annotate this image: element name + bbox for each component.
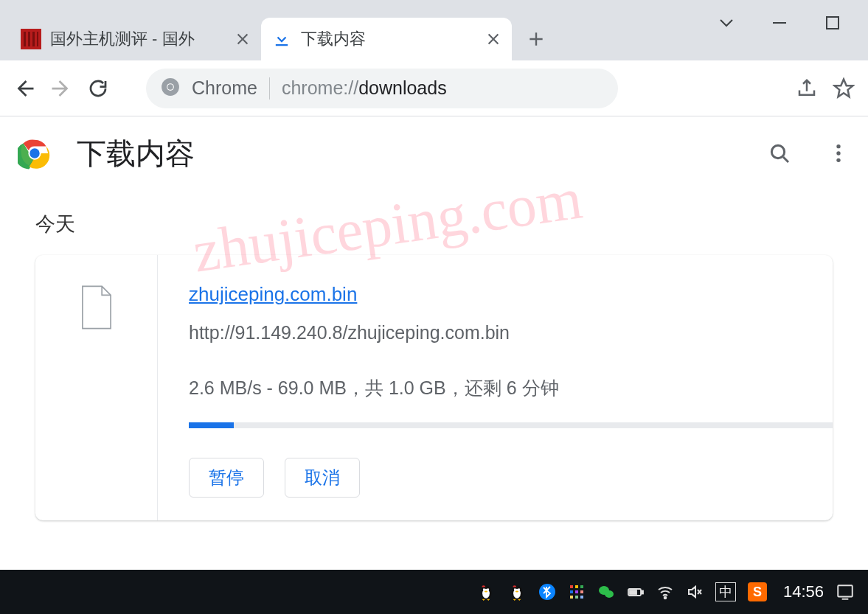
browser-toolbar: Chrome chrome://downloads xyxy=(0,60,868,116)
ime-indicator[interactable]: 中 xyxy=(715,582,736,601)
download-url: http://91.149.240.8/zhujiceping.com.bin xyxy=(189,322,833,343)
window-controls xyxy=(718,0,868,46)
battery-icon[interactable] xyxy=(627,583,645,601)
svg-rect-0 xyxy=(827,17,839,29)
download-progress-text: 2.6 MB/s - 69.0 MB，共 1.0 GB，还剩 6 分钟 xyxy=(189,376,833,400)
download-progress-fill xyxy=(189,422,234,428)
svg-point-18 xyxy=(514,588,516,590)
reload-button[interactable] xyxy=(87,77,109,100)
omnibox-url: chrome://downloads xyxy=(282,77,447,99)
chrome-logo-icon xyxy=(18,136,52,170)
tab-download-icon xyxy=(271,29,292,49)
taskbar-clock[interactable]: 14:56 xyxy=(783,582,824,601)
wifi-icon[interactable] xyxy=(656,583,674,601)
svg-rect-26 xyxy=(575,590,578,593)
svg-point-14 xyxy=(487,588,489,590)
back-button[interactable] xyxy=(13,77,35,100)
svg-rect-35 xyxy=(630,590,636,594)
browser-tab-inactive[interactable]: 国外主机测评 - 国外 xyxy=(10,18,261,60)
bluetooth-icon[interactable] xyxy=(538,583,556,601)
minimize-icon[interactable] xyxy=(771,14,788,32)
forward-button[interactable] xyxy=(50,77,72,100)
volume-mute-icon[interactable] xyxy=(686,583,704,601)
section-today-label: 今天 xyxy=(0,190,868,255)
svg-point-7 xyxy=(771,145,784,158)
tab-favicon-red-icon xyxy=(21,29,41,49)
download-card: zhujiceping.com.bin http://91.149.240.8/… xyxy=(35,255,833,520)
tab-title: 下载内容 xyxy=(301,28,476,50)
svg-rect-30 xyxy=(580,596,583,599)
pause-button[interactable]: 暂停 xyxy=(189,458,264,498)
svg-rect-25 xyxy=(570,590,573,593)
svg-point-20 xyxy=(515,590,518,592)
maximize-icon[interactable] xyxy=(824,14,841,32)
svg-point-36 xyxy=(664,597,667,599)
svg-rect-28 xyxy=(570,596,573,599)
svg-rect-34 xyxy=(642,591,643,594)
omnibox-label: Chrome xyxy=(192,77,257,99)
notifications-icon[interactable] xyxy=(836,582,855,601)
file-icon xyxy=(79,285,114,330)
browser-tab-active[interactable]: 下载内容 xyxy=(261,18,512,60)
downloads-header: 下载内容 xyxy=(0,116,868,190)
svg-rect-27 xyxy=(580,590,583,593)
qq-penguin-icon[interactable] xyxy=(476,582,496,601)
sogou-ime-icon[interactable]: S xyxy=(748,582,767,601)
bookmark-star-icon[interactable] xyxy=(833,77,855,100)
system-tray: 中 S 14:56 xyxy=(476,582,855,601)
svg-point-13 xyxy=(483,588,485,590)
tab-close-icon[interactable] xyxy=(235,31,251,47)
share-icon[interactable] xyxy=(796,77,818,100)
svg-point-15 xyxy=(485,590,487,592)
download-file-thumb xyxy=(35,255,158,520)
wechat-icon[interactable] xyxy=(597,583,615,601)
svg-rect-29 xyxy=(575,596,578,599)
download-filename[interactable]: zhujiceping.com.bin xyxy=(189,283,833,306)
svg-point-19 xyxy=(518,588,520,590)
more-vert-icon[interactable] xyxy=(827,142,850,165)
tab-title: 国外主机测评 - 国外 xyxy=(50,28,226,50)
color-grid-icon[interactable] xyxy=(568,583,586,601)
svg-point-6 xyxy=(29,148,39,158)
tab-close-icon[interactable] xyxy=(485,31,501,47)
svg-rect-37 xyxy=(838,585,853,596)
browser-tabstrip: 国外主机测评 - 国外 下载内容 xyxy=(0,0,868,60)
cancel-button[interactable]: 取消 xyxy=(285,458,360,498)
svg-point-21 xyxy=(539,584,555,600)
qq-penguin-icon[interactable] xyxy=(507,582,527,601)
separator xyxy=(269,77,270,100)
svg-point-3 xyxy=(167,84,173,90)
system-taskbar: 中 S 14:56 xyxy=(0,570,868,614)
svg-point-10 xyxy=(836,158,840,162)
chrome-icon xyxy=(161,77,180,100)
svg-point-9 xyxy=(836,151,840,155)
new-tab-button[interactable] xyxy=(518,21,555,57)
svg-point-32 xyxy=(605,590,614,598)
address-bar[interactable]: Chrome chrome://downloads xyxy=(146,69,618,108)
download-progress-bar xyxy=(189,422,833,428)
svg-rect-22 xyxy=(570,585,573,588)
svg-rect-23 xyxy=(575,585,578,588)
page-title: 下载内容 xyxy=(77,133,195,174)
svg-rect-24 xyxy=(580,585,583,588)
svg-point-8 xyxy=(836,144,840,148)
search-icon[interactable] xyxy=(768,142,791,165)
chevron-down-icon[interactable] xyxy=(718,14,735,32)
